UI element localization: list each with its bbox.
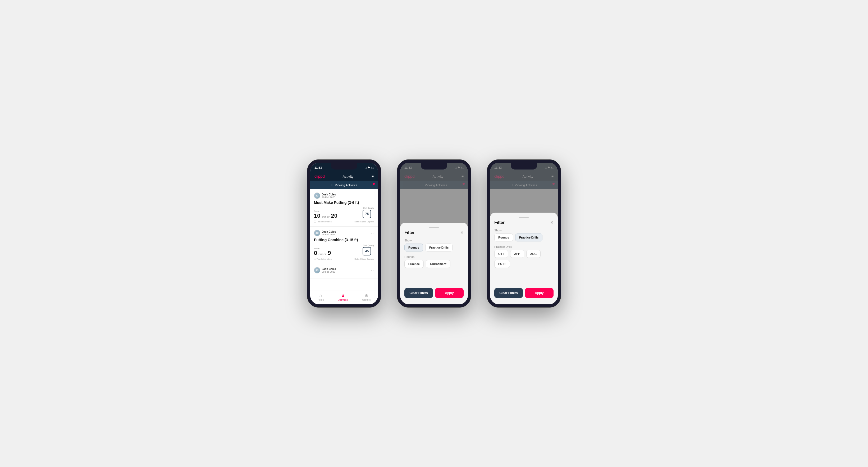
capture-icon: ⊕: [365, 293, 368, 298]
nav-item-home[interactable]: ⌂ Home: [317, 293, 324, 301]
filter-header: Filter ✕: [404, 230, 464, 235]
rounds-section: RoundsPracticeTournament: [404, 255, 464, 268]
filter-sheet: Filter ✕ ShowRoundsPractice DrillsPracti…: [490, 213, 558, 304]
filter-overlay: Filter ✕ ShowRoundsPractice DrillsPracti…: [490, 163, 558, 304]
activity-card: JC Josh Coles 28 Feb 2023 ···: [310, 264, 378, 278]
rounds-section: Practice DrillsOTTAPPARGPUTT: [494, 245, 554, 268]
show-section: ShowRoundsPractice Drills: [494, 229, 554, 242]
shots-value: 20: [331, 213, 338, 219]
show-section: ShowRoundsPractice Drills: [404, 239, 464, 251]
show-buttons: RoundsPractice Drills: [404, 244, 464, 251]
logo: clippd: [314, 174, 324, 179]
nav-item-activities[interactable]: ♟ Activities: [338, 293, 348, 301]
shots-value: 9: [328, 250, 331, 256]
round-btn-app[interactable]: APP: [510, 250, 524, 258]
bottom-nav: ⌂ Home ♟ Activities ⊕ Capture: [310, 291, 378, 304]
card-header: JC Josh Coles 28 Feb 2023 ···: [314, 230, 374, 236]
phone-2: 11:33▲ ⯈ 31 clippd Activity ≡ ⊞ Viewing …: [397, 159, 471, 308]
show-label: Show: [494, 229, 554, 232]
user-name: Josh Coles: [322, 268, 336, 271]
data-source: Data: Clippd Capture: [354, 258, 374, 260]
score-label: Score: [314, 247, 331, 250]
more-options-button[interactable]: ···: [369, 231, 374, 235]
capture-label: Capture: [362, 299, 371, 301]
avatar: JC: [314, 230, 320, 236]
sq-label: Shot Quality: [363, 207, 374, 209]
clear-filters-button[interactable]: Clear Filters: [494, 288, 523, 298]
score-value: 0: [314, 250, 317, 256]
show-btn-practice-drills[interactable]: Practice Drills: [515, 234, 542, 242]
score-label: Score: [314, 210, 338, 212]
show-btn-rounds[interactable]: Rounds: [404, 244, 423, 251]
card-footer: ⓘ Test Information Data: Clippd Capture: [314, 257, 374, 260]
menu-icon[interactable]: ≡: [372, 174, 374, 179]
card-header: JC Josh Coles 28 Feb 2023 ···: [314, 192, 374, 199]
shot-quality-box: 75: [363, 210, 371, 218]
filter-icon: ⊞: [331, 183, 333, 187]
filter-overlay: Filter ✕ ShowRoundsPractice DrillsRounds…: [400, 163, 468, 304]
viewing-label: Viewing Activities: [335, 184, 357, 187]
filter-close-button[interactable]: ✕: [550, 220, 554, 225]
viewing-banner[interactable]: ⊞ Viewing Activities: [310, 181, 378, 189]
filter-handle: [429, 227, 439, 228]
data-source: Data: Clippd Capture: [354, 221, 374, 223]
notch: [511, 163, 537, 169]
status-icons: ▲ ⯈ 31: [365, 166, 374, 169]
notification-dot: [373, 183, 375, 185]
home-icon: ⌂: [319, 293, 322, 298]
user-name: Josh Coles: [322, 230, 336, 233]
rounds-buttons: PracticeTournament: [404, 260, 464, 268]
activity-card: JC Josh Coles 28 Feb 2023 ··· Must Make …: [310, 189, 378, 227]
round-btn-ott[interactable]: OTT: [494, 250, 508, 258]
rounds-buttons: OTTAPPARGPUTT: [494, 250, 554, 268]
shot-quality-box: 45: [363, 247, 371, 255]
user-date: 28 Feb 2023: [322, 196, 336, 198]
filter-actions: Clear Filters Apply: [494, 288, 554, 300]
show-btn-practice-drills[interactable]: Practice Drills: [425, 244, 453, 251]
notch: [421, 163, 447, 169]
more-options[interactable]: ···: [369, 268, 374, 272]
avatar: JC: [314, 192, 320, 199]
card-footer: ⓘ Test Information Data: Clippd Capture: [314, 220, 374, 223]
rounds-label: Practice Drills: [494, 245, 554, 248]
phones-container: 11:33▲ ⯈ 31 clippd Activity ≡ ⊞ Viewing …: [307, 159, 561, 308]
activity-title: Putting Combine (3-15 ft): [314, 238, 374, 242]
activities-icon: ♟: [341, 293, 345, 298]
round-btn-arg[interactable]: ARG: [526, 250, 540, 258]
test-info: ⓘ Test Information: [314, 257, 332, 260]
more-options-button[interactable]: ···: [369, 193, 374, 198]
show-label: Show: [404, 239, 464, 242]
show-buttons: RoundsPractice Drills: [494, 234, 554, 242]
status-time: 11:33: [314, 166, 322, 169]
round-btn-tournament[interactable]: Tournament: [426, 260, 451, 268]
out-of-label: OUT OF: [321, 216, 330, 218]
round-btn-putt[interactable]: PUTT: [494, 260, 510, 268]
notch: [331, 163, 357, 169]
nav-item-capture[interactable]: ⊕ Capture: [362, 293, 371, 301]
user-name: Josh Coles: [322, 193, 336, 196]
apply-button[interactable]: Apply: [435, 288, 464, 298]
test-info: ⓘ Test Information: [314, 220, 332, 223]
scroll-area: JC Josh Coles 28 Feb 2023 ··· Must Make …: [310, 189, 378, 291]
show-btn-rounds[interactable]: Rounds: [494, 234, 513, 242]
home-label: Home: [317, 299, 324, 301]
filter-close-button[interactable]: ✕: [460, 230, 464, 235]
user-info: JC Josh Coles 28 Feb 2023: [314, 192, 336, 199]
sq-label: Shot Quality: [363, 244, 374, 246]
activity-title: Must Make Putting (3-6 ft): [314, 200, 374, 205]
user-date: 28 Feb 2023: [322, 271, 336, 273]
apply-button[interactable]: Apply: [525, 288, 554, 298]
clear-filters-button[interactable]: Clear Filters: [404, 288, 433, 298]
user-info: JC Josh Coles 28 Feb 2023: [314, 230, 336, 236]
filter-title: Filter: [494, 220, 505, 225]
activity-card: JC Josh Coles 28 Feb 2023 ··· Putting Co…: [310, 227, 378, 264]
filter-sheet: Filter ✕ ShowRoundsPractice DrillsRounds…: [400, 223, 468, 304]
round-btn-practice[interactable]: Practice: [404, 260, 424, 268]
score-value: 10: [314, 213, 320, 219]
filter-actions: Clear Filters Apply: [404, 288, 464, 300]
nav-title: Activity: [342, 175, 353, 179]
avatar: JC: [314, 267, 320, 274]
out-of-label: OUT OF: [318, 253, 327, 255]
filter-header: Filter ✕: [494, 220, 554, 225]
user-date: 28 Feb 2023: [322, 233, 336, 236]
